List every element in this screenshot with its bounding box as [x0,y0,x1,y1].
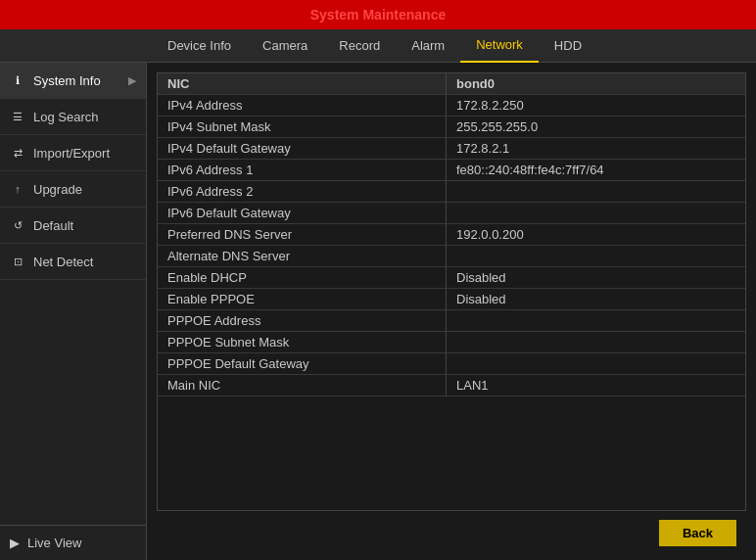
row-label: IPv6 Address 1 [158,160,447,180]
row-label: Preferred DNS Server [158,224,447,245]
sidebar-label-upgrade: Upgrade [33,182,82,197]
row-value [447,246,745,266]
table-row: IPv4 Default Gateway 172.8.2.1 [158,138,745,160]
row-label: IPv4 Subnet Mask [158,117,447,137]
table-row: PPPOE Address [158,310,745,332]
tab-device-info[interactable]: Device Info [152,29,247,63]
row-value: Disabled [447,289,745,309]
sidebar-items: ℹ System Info ▶ ☰ Log Search ⇄ Import/Ex… [0,63,146,280]
row-label: PPPOE Address [158,310,447,331]
import-export-icon: ⇄ [10,145,25,161]
tab-alarm[interactable]: Alarm [396,29,460,63]
title-bar: System Maintenance [0,0,756,29]
row-value: Disabled [447,267,745,288]
row-label: Main NIC [158,375,447,396]
back-button[interactable]: Back [659,520,736,546]
row-label: IPv4 Address [158,95,447,116]
table-row: IPv6 Default Gateway [158,203,745,224]
sidebar-label-system-info: System Info [33,73,101,88]
table-row: Main NIC LAN1 [158,375,745,397]
row-value [447,203,745,223]
row-label: Alternate DNS Server [158,246,447,266]
row-value: 172.8.2.1 [447,138,745,159]
sidebar-item-import-export[interactable]: ⇄ Import/Export [0,135,146,171]
table-row: IPv6 Address 2 [158,181,745,203]
title-label: System Maintenance [310,7,447,23]
row-value: fe80::240:48ff:fe4c:7ff7/64 [447,160,745,180]
row-label: IPv6 Address 2 [158,181,447,202]
table-row: PPPOE Default Gateway [158,353,745,375]
table-row: PPPOE Subnet Mask [158,332,745,353]
row-value: 255.255.255.0 [447,117,745,137]
net-detect-icon: ⊡ [10,254,25,269]
sidebar-item-system-info[interactable]: ℹ System Info ▶ [0,63,146,99]
tab-camera[interactable]: Camera [247,29,323,63]
table-row: IPv4 Address 172.8.2.250 [158,95,745,117]
table-row: IPv6 Address 1 fe80::240:48ff:fe4c:7ff7/… [158,160,745,181]
table-row: Alternate DNS Server [158,246,745,267]
sidebar-label-default: Default [33,218,73,233]
upgrade-icon: ↑ [10,181,25,197]
network-table: NIC bond0 IPv4 Address 172.8.2.250 IPv4 … [157,72,746,511]
tab-network[interactable]: Network [460,29,539,63]
sidebar-item-upgrade[interactable]: ↑ Upgrade [0,171,146,208]
tab-hdd[interactable]: HDD [539,29,597,63]
table-header-row: NIC bond0 [158,73,745,95]
row-value [447,310,745,331]
sidebar-label-log-search: Log Search [33,110,99,124]
sidebar-label-import-export: Import/Export [33,146,110,161]
footer: Back [157,511,746,550]
log-icon: ☰ [10,109,25,124]
row-label: PPPOE Subnet Mask [158,332,447,352]
live-view-icon: ▶ [10,536,20,550]
row-label: IPv4 Default Gateway [158,138,447,159]
row-label: Enable PPPOE [158,289,447,309]
sidebar-item-live-view[interactable]: ▶ Live View [0,525,146,560]
tab-record[interactable]: Record [323,29,396,63]
row-value: 172.8.2.250 [447,95,745,116]
table-row: Preferred DNS Server 192.0.0.200 [158,224,745,246]
row-value [447,332,745,352]
row-label: IPv6 Default Gateway [158,203,447,223]
empty-area [158,397,745,475]
sidebar-label-net-detect: Net Detect [33,255,93,269]
table-row: Enable PPPOE Disabled [158,289,745,310]
tab-bar: Device Info Camera Record Alarm Network … [0,29,756,63]
row-value [447,353,745,374]
info-icon: ℹ [10,72,25,88]
col-header-nic: NIC [158,73,447,94]
sidebar-item-net-detect[interactable]: ⊡ Net Detect [0,244,146,280]
row-value [447,181,745,202]
default-icon: ↺ [10,217,25,233]
arrow-icon: ▶ [128,74,136,87]
col-header-value: bond0 [447,73,745,94]
row-value: LAN1 [447,375,745,396]
sidebar-item-default[interactable]: ↺ Default [0,208,146,244]
table-row: IPv4 Subnet Mask 255.255.255.0 [158,117,745,138]
row-label: PPPOE Default Gateway [158,353,447,374]
main-layout: ℹ System Info ▶ ☰ Log Search ⇄ Import/Ex… [0,63,756,560]
sidebar-item-log-search[interactable]: ☰ Log Search [0,99,146,135]
row-label: Enable DHCP [158,267,447,288]
sidebar-label-live-view: Live View [27,536,81,550]
sidebar: ℹ System Info ▶ ☰ Log Search ⇄ Import/Ex… [0,63,147,560]
table-row: Enable DHCP Disabled [158,267,745,289]
content-area: NIC bond0 IPv4 Address 172.8.2.250 IPv4 … [147,63,756,560]
row-value: 192.0.0.200 [447,224,745,245]
